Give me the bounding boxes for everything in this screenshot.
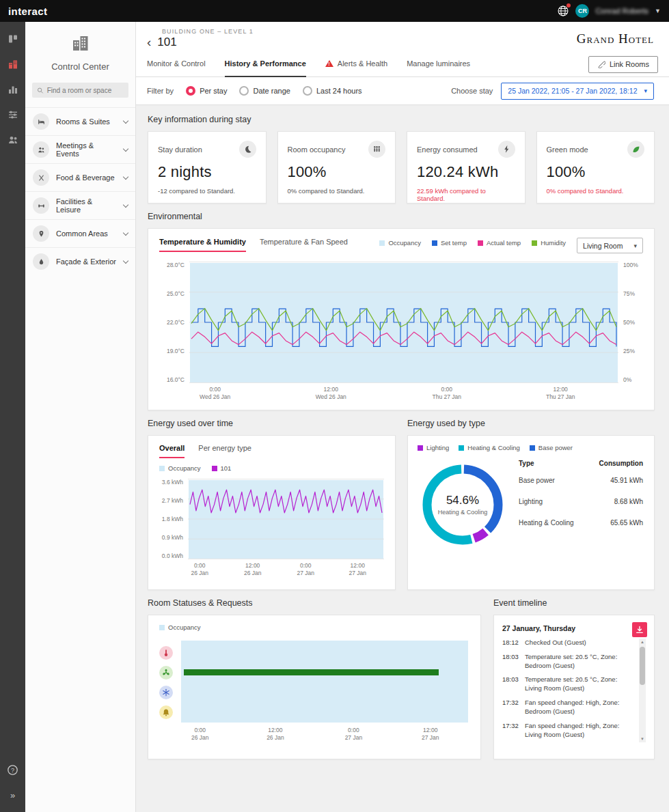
rail-item-settings[interactable] [0,102,25,127]
sidebar-title: Control Center [25,61,135,72]
collapse-rail-icon[interactable]: » [0,783,25,808]
back-chevron-icon[interactable]: ‹ [147,38,151,47]
tab-alerts-health[interactable]: Alerts & Health [325,52,387,77]
environmental-chart-svg [189,262,618,383]
download-events-button[interactable] [632,622,647,637]
sidebar-item-meetings-events[interactable]: Meetings & Events [25,135,135,163]
scroll-down-icon[interactable]: ▼ [640,736,644,742]
thermostat-icon [159,646,173,660]
kpi-value: 2 nights [158,163,256,181]
tab-per-energy-type[interactable]: Per energy type [198,444,251,458]
tab-monitor-control[interactable]: Monitor & Control [147,52,206,77]
stay-select[interactable]: 25 Jan 2022, 21:05 - 27 Jan 2022, 18:12 … [501,83,654,100]
energy-over-time-column: Energy used over time Overall Per energy… [148,410,396,590]
sidebar-item-label: Facilities & Leisure [56,197,117,214]
energy-over-time-chart [188,479,384,559]
user-menu-caret-icon[interactable]: ▼ [655,8,661,14]
timeline-event: 18:03Temperature set: 20.5 °C, Zone: Bed… [502,653,635,671]
rail-item-reports[interactable] [0,76,25,102]
language-globe-button[interactable] [557,5,569,17]
kpi-title: Green mode [547,145,588,154]
tab-temperature-fan-speed[interactable]: Temperature & Fan Speed [260,238,348,252]
sidebar-item-label: Rooms & Suites [56,117,117,126]
timeline-event: 18:03Temperature set: 20.5 °C, Zone: Liv… [502,675,635,693]
people-icon [33,141,49,158]
kpi-card-room-occupancy: Room occupancy 100% 0% compared to Stand… [277,131,396,204]
legend-swatch [532,240,537,246]
alert-triangle-icon [325,60,333,67]
scroll-up-icon[interactable]: ▲ [640,639,644,645]
env-y-axis-left: 28.0°C25.0°C22.0°C19.0°C16.0°C [159,262,189,383]
legend-swatch [459,445,464,451]
kpi-card-energy-consumed: Energy consumed 120.24 kWh 22.59 kWh com… [407,131,525,204]
sidebar-item-food-beverage[interactable]: Food & Beverage [25,163,135,191]
legend-swatch [530,445,535,451]
rail-item-spaces[interactable] [0,26,25,51]
timeline-event: 18:12Checked Out (Guest) [502,639,635,647]
bar-chart-icon [8,84,18,95]
legend-occupancy: Occupancy [159,624,469,631]
kpi-value: 100% [547,163,645,181]
chevron-down-icon [123,117,128,123]
room-statuses-x-axis: 0:0026 Jan 12:0026 Jan 0:0027 Jan 12:002… [180,724,469,742]
kpi-section-title: Key information during stay [148,115,655,124]
event-timeline-column: Event timeline 27 January, Thursday [493,590,655,759]
radio-per-stay[interactable]: Per stay [186,86,227,96]
rail-item-users[interactable] [0,127,25,152]
sidebar-item-rooms-suites[interactable]: Rooms & Suites [25,107,135,135]
main-tab-bar: Monitor & Control History & Performance … [136,52,669,77]
kpi-title: Energy consumed [417,145,478,154]
kpi-subtext: 0% compared to Standard. [288,187,386,195]
map-pin-icon [33,225,49,242]
sidebar-item-common-areas[interactable]: Common Areas [25,219,135,247]
room-statuses-title: Room Statuses & Requests [148,598,481,608]
radio-last-24-hours[interactable]: Last 24 hours [303,86,362,96]
legend-heating-cooling: Heating & Cooling [459,444,520,451]
energy-by-type-column: Energy used by type Lighting Heating & C… [407,410,655,590]
legend-occupancy: Occupancy [159,464,201,472]
buildings-icon [8,59,18,70]
radio-date-range[interactable]: Date range [239,86,290,96]
sidebar-item-facilities-leisure[interactable]: Facilities & Leisure [25,191,135,219]
page-title: 101 [157,36,176,49]
table-row: Lighting8.68 kWh [519,498,643,505]
chevron-down-icon [123,201,128,207]
notification-dot [566,3,571,8]
room-statuses-card: Occupancy [148,615,481,759]
rail-item-buildings-active[interactable] [0,51,25,76]
timeline-scrollbar[interactable]: ▲ ▼ [639,639,646,742]
help-icon: ? [7,764,18,776]
search-input[interactable] [47,87,124,94]
event-timeline-card: 27 January, Thursday 18:12Checked Out (G… [493,615,655,759]
tab-overall[interactable]: Overall [159,444,185,458]
tab-manage-luminaires[interactable]: Manage luminaires [407,52,470,77]
chevron-down-icon [123,145,128,151]
kpi-value: 100% [288,163,386,181]
tab-temperature-humidity[interactable]: Temperature & Humidity [159,238,246,252]
room-select-dropdown[interactable]: Living Room ▾ [577,238,643,253]
sidebar-item-facade-exterior[interactable]: Façade & Exterior [25,247,135,275]
sliders-icon [8,109,18,120]
sidebar: Control Center Rooms & Suites Me [25,22,136,812]
env-y-axis-right: 100%75%50%25%0% [618,262,643,383]
kpi-value: 120.24 kWh [417,163,515,181]
legend-101: 101 [212,464,232,472]
timeline-list: 18:12Checked Out (Guest) 18:03Temperatur… [502,639,635,742]
dashboard-icon [8,33,18,44]
avatar[interactable]: CR [575,4,589,18]
snowflake-icon [159,686,173,699]
legend-swatch [159,466,165,471]
scrollbar-thumb[interactable] [640,647,645,685]
fan-icon [159,666,173,680]
sidebar-item-label: Façade & Exterior [56,257,117,266]
radio-icon [303,86,312,96]
kpi-title: Stay duration [158,145,202,154]
tab-history-performance[interactable]: History & Performance [225,52,306,77]
search-icon [37,87,44,94]
help-button[interactable]: ? [0,757,25,783]
timeline-date-header: 27 January, Thursday [502,624,646,632]
legend-swatch [432,240,437,246]
link-rooms-button[interactable]: Link Rooms [588,56,658,73]
app-root: interact CR Conrad Roberts ▼ [0,0,669,812]
room-search[interactable] [32,83,128,98]
